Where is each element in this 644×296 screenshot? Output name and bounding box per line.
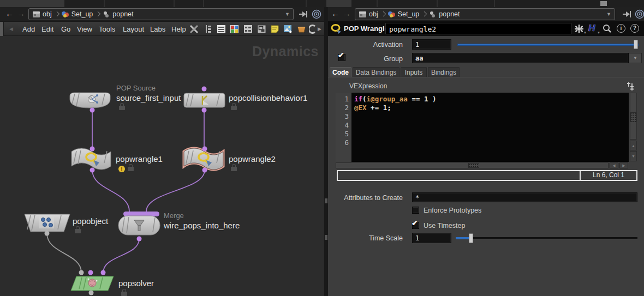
breadcrumb-item-popnet[interactable]: popnet: [439, 10, 460, 18]
node-source-first-input[interactable]: [70, 93, 110, 108]
activation-slider-track[interactable]: [457, 44, 639, 46]
scroll-down-button[interactable]: ▼: [630, 151, 637, 161]
breadcrumb-item-setup[interactable]: Set_up: [71, 10, 93, 18]
time-scale-field[interactable]: 1: [412, 233, 451, 243]
menu-edit[interactable]: Edit: [41, 25, 53, 33]
help-icon[interactable]: ?: [630, 24, 639, 33]
search-icon[interactable]: [603, 24, 612, 33]
menu-help[interactable]: Help: [171, 25, 186, 33]
menu-overflow-icon[interactable]: ▶: [318, 26, 321, 32]
breadcrumb-item-setup[interactable]: Set_up: [398, 10, 420, 18]
output-dot[interactable]: [202, 108, 207, 113]
node-wire-pops-into-here[interactable]: [118, 212, 160, 235]
tab-bindings[interactable]: Bindings: [428, 67, 460, 77]
pane-splitter-handle[interactable]: [0, 22, 4, 37]
tab-code[interactable]: Code: [330, 67, 351, 77]
node-popcollisionbehavior1[interactable]: [184, 93, 225, 107]
pane-maximize-icon[interactable]: [600, 1, 607, 6]
output-dot[interactable]: [90, 168, 95, 173]
list-view-icon[interactable]: [217, 25, 226, 34]
wire-popobject-to-popsolver[interactable]: [47, 233, 81, 273]
network-editor[interactable]: Dynamics: [0, 36, 324, 296]
activation-slider-handle[interactable]: [634, 40, 638, 49]
vexpression-editor[interactable]: if(i@group_aa == 1 )@EX += 1;: [351, 93, 629, 162]
tab-inputs[interactable]: Inputs: [401, 67, 427, 77]
forward-arrow-icon[interactable]: →: [17, 9, 25, 18]
node-name-label[interactable]: popobject: [73, 216, 108, 226]
info-icon[interactable]: i: [617, 24, 625, 33]
node-popsolver[interactable]: [71, 276, 114, 291]
tools-wrench-icon[interactable]: [189, 25, 199, 34]
tab-data-bindings[interactable]: Data Bindings: [353, 67, 399, 77]
windows-layout-icon[interactable]: [257, 25, 266, 34]
pane-edge-marker[interactable]: [325, 198, 327, 203]
node-name-label[interactable]: popsolver: [118, 279, 154, 288]
pin-path-icon[interactable]: [623, 10, 632, 18]
recent-crescent-icon[interactable]: [309, 25, 317, 34]
node-popobject[interactable]: [25, 214, 70, 232]
node-popwrangle2[interactable]: [184, 148, 223, 170]
pin-path-icon[interactable]: [299, 10, 308, 18]
editor-hscroll-grip[interactable]: [468, 163, 479, 168]
node-popwrangle1[interactable]: [71, 148, 111, 170]
scroll-up-button[interactable]: ▲: [630, 141, 637, 150]
input-dot[interactable]: [79, 270, 84, 275]
input-dot[interactable]: [202, 147, 207, 152]
breadcrumb[interactable]: obj Set_up popnet ▼: [28, 8, 294, 20]
wire-merge-to-popsolver[interactable]: [103, 239, 139, 273]
attributes-to-create-field[interactable]: *: [412, 192, 637, 202]
breadcrumb-item-obj[interactable]: obj: [43, 10, 52, 18]
input-dot[interactable]: [90, 147, 95, 152]
input-dot[interactable]: [202, 87, 207, 92]
menu-view[interactable]: View: [77, 25, 92, 33]
input-dot[interactable]: [88, 270, 93, 275]
output-dot[interactable]: [89, 291, 94, 295]
back-arrow-icon[interactable]: ←: [5, 9, 14, 18]
tree-view-icon[interactable]: [205, 25, 212, 34]
grid-view-icon[interactable]: [243, 25, 253, 34]
menu-add[interactable]: Add: [22, 25, 35, 33]
output-dot[interactable]: [45, 231, 50, 236]
breadcrumb-dropdown-icon[interactable]: ▼: [606, 11, 611, 17]
back-arrow-icon[interactable]: ←: [331, 9, 339, 18]
input-dot[interactable]: [101, 270, 106, 275]
gear-menu-dropdown-icon[interactable]: ▼: [583, 31, 587, 34]
node-name-label[interactable]: wire_pops_into_here: [164, 221, 240, 230]
enforce-prototypes-checkbox[interactable]: [412, 207, 419, 214]
color-palette-icon[interactable]: [230, 25, 239, 34]
menu-go[interactable]: Go: [61, 25, 70, 33]
node-name-label[interactable]: popcollisionbehavior1: [229, 93, 307, 102]
sticky-note-icon[interactable]: [270, 25, 279, 34]
group-dropdown-button[interactable]: ▼: [629, 53, 642, 63]
activation-field[interactable]: 1: [412, 39, 451, 50]
menu-tools[interactable]: Tools: [99, 25, 115, 33]
follow-target-icon[interactable]: [635, 9, 644, 19]
node-name-input[interactable]: [385, 23, 571, 34]
houdini-logo-dropdown-icon[interactable]: ▼: [597, 31, 600, 34]
forward-arrow-icon[interactable]: →: [343, 9, 351, 18]
pane-divider[interactable]: [324, 7, 328, 296]
pane-edge-marker[interactable]: [325, 235, 327, 240]
node-name-label[interactable]: source_first_input: [116, 93, 184, 102]
wire-wrangle1-to-merge[interactable]: [92, 170, 129, 212]
wrangle-node-icon[interactable]: [331, 23, 341, 34]
node-name-label[interactable]: popwrangle2: [229, 154, 276, 164]
scroll-left-button[interactable]: ◀: [610, 162, 618, 168]
node-name-label[interactable]: popwrangle1: [116, 154, 163, 164]
group-field[interactable]: aa: [412, 53, 629, 63]
editor-vscroll-grip[interactable]: [630, 112, 636, 122]
output-dot[interactable]: [202, 168, 207, 173]
houdini-logo-icon[interactable]: H: [588, 23, 595, 34]
scroll-right-button[interactable]: ▶: [619, 162, 628, 168]
gear-menu-icon[interactable]: [574, 24, 584, 34]
breadcrumb-item-obj[interactable]: obj: [369, 10, 378, 18]
gallery-basket-icon[interactable]: [297, 25, 306, 34]
breadcrumb-dropdown-icon[interactable]: ▼: [285, 11, 290, 17]
menu-labs[interactable]: Labs: [150, 25, 165, 33]
output-dot[interactable]: [137, 237, 142, 241]
warning-icon[interactable]: !: [118, 166, 125, 172]
output-dot[interactable]: [90, 108, 95, 113]
follow-target-icon[interactable]: [312, 9, 321, 19]
menu-scroll-left-icon[interactable]: ◀: [9, 26, 13, 32]
time-scale-slider-handle[interactable]: [469, 233, 473, 243]
